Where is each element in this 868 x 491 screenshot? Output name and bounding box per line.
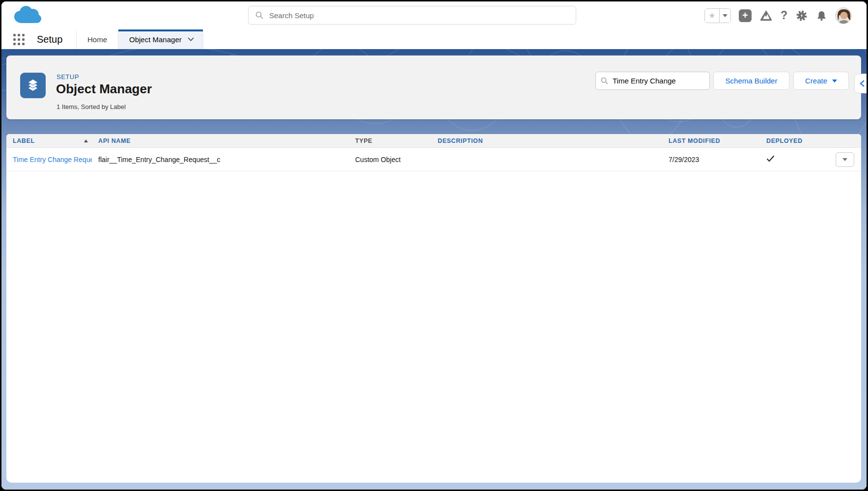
- object-manager-page: SETUP Object Manager 1 Items, Sorted by …: [1, 49, 867, 490]
- page-title: Object Manager: [56, 82, 152, 97]
- app-launcher-icon[interactable]: [13, 34, 25, 46]
- cell-type: Custom Object: [349, 156, 431, 164]
- table-header-row: LABEL API NAME TYPE DESCRIPTION LAST MOD…: [6, 134, 861, 148]
- help-icon[interactable]: ?: [781, 9, 787, 22]
- column-header-last-modified[interactable]: LAST MODIFIED: [662, 137, 760, 144]
- user-avatar[interactable]: [835, 7, 852, 24]
- add-icon[interactable]: +: [739, 9, 752, 22]
- app-name: Setup: [37, 29, 62, 49]
- create-button[interactable]: Create: [793, 72, 849, 90]
- cell-last-modified: 7/29/2023: [662, 156, 760, 164]
- cell-api-name: flair__Time_Entry_Change_Request__c: [92, 156, 349, 164]
- header-actions: ★ + ?: [704, 1, 852, 29]
- nav-tabs: Home Object Manager: [76, 29, 203, 49]
- cell-actions: [824, 152, 861, 167]
- clipped-edge-button[interactable]: [854, 74, 868, 93]
- app-window: ★ + ?: [0, 0, 868, 491]
- tab-home[interactable]: Home: [76, 29, 118, 49]
- quick-find: [595, 72, 710, 90]
- search-icon: [255, 11, 263, 19]
- setup-nav-bar: Setup Home Object Manager: [1, 29, 867, 49]
- search-icon: [601, 77, 608, 84]
- breadcrumb-eyebrow: SETUP: [56, 73, 79, 81]
- object-manager-icon: [20, 73, 46, 98]
- cell-deployed: [760, 155, 824, 164]
- setup-gear-icon[interactable]: [795, 9, 808, 22]
- global-header: ★ + ?: [1, 1, 867, 29]
- chevron-down-icon: [832, 80, 837, 82]
- row-actions-button[interactable]: [836, 152, 854, 167]
- column-header-description[interactable]: DESCRIPTION: [431, 137, 662, 144]
- column-header-label[interactable]: LABEL: [6, 137, 92, 144]
- global-search: [248, 6, 576, 25]
- cell-label: Time Entry Change Request: [6, 156, 92, 164]
- column-header-type: TYPE: [349, 137, 431, 144]
- objects-table: LABEL API NAME TYPE DESCRIPTION LAST MOD…: [6, 134, 861, 483]
- item-count-summary: 1 Items, Sorted by Label: [56, 103, 126, 110]
- page-header-card: SETUP Object Manager 1 Items, Sorted by …: [6, 55, 861, 119]
- favorites-control: ★: [704, 8, 731, 23]
- favorites-expand-icon[interactable]: [720, 9, 730, 23]
- column-header-deployed[interactable]: DEPLOYED: [760, 137, 824, 144]
- chevron-down-icon: [842, 158, 847, 161]
- salesforce-logo[interactable]: [11, 4, 43, 27]
- object-label-link[interactable]: Time Entry Change Request: [13, 156, 92, 164]
- column-header-api-name[interactable]: API NAME: [92, 137, 349, 144]
- schema-builder-button[interactable]: Schema Builder: [713, 72, 789, 90]
- favorites-star-icon[interactable]: ★: [705, 9, 720, 23]
- notifications-bell-icon[interactable]: [816, 10, 827, 22]
- sort-asc-icon: [84, 139, 88, 142]
- quick-find-input[interactable]: [613, 77, 704, 85]
- chevron-left-icon: [859, 80, 865, 87]
- tab-object-manager[interactable]: Object Manager: [118, 29, 203, 49]
- guidance-center-icon[interactable]: [759, 9, 773, 22]
- global-search-input[interactable]: [269, 11, 569, 20]
- deployed-check-icon: [766, 155, 775, 162]
- chevron-down-icon: [188, 37, 194, 41]
- table-row: Time Entry Change Request flair__Time_En…: [6, 148, 861, 171]
